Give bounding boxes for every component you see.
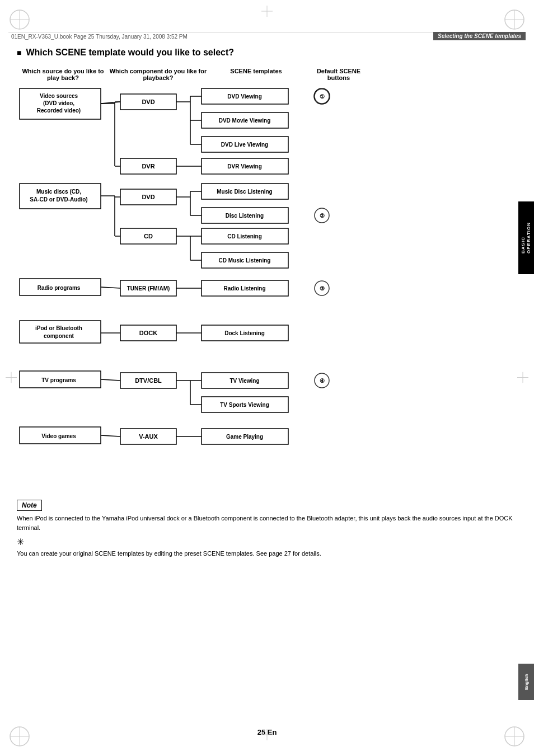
page-container: 01EN_RX-V363_U.book Page 25 Thursday, Ja… [0,0,534,756]
svg-line-80 [101,287,120,288]
english-tab: English [518,664,534,700]
main-content: Which SCENE template would you like to s… [17,48,517,558]
note-title: Note [17,500,42,511]
svg-text:Game Playing: Game Playing [226,434,263,440]
top-crossmark [261,6,273,18]
corner-br [503,725,526,748]
svg-text:CD Music Listening: CD Music Listening [219,257,271,264]
tip-text: You can create your original SCENE templ… [17,549,517,558]
svg-text:iPod or Bluetooth: iPod or Bluetooth [35,325,82,331]
svg-text:Recorded video): Recorded video) [37,107,81,114]
svg-text:(DVD video,: (DVD video, [43,100,74,106]
english-label: English [524,674,529,690]
page-heading: Which SCENE template would you like to s… [17,48,517,58]
corner-tr [503,8,526,31]
svg-text:TV programs: TV programs [41,377,76,383]
svg-text:V-AUX: V-AUX [139,433,158,440]
file-info: 01EN_RX-V363_U.book Page 25 Thursday, Ja… [8,32,433,40]
header-bar: 01EN_RX-V363_U.book Page 25 Thursday, Ja… [8,31,526,41]
svg-text:TV Sports Viewing: TV Sports Viewing [220,402,269,408]
note-text: When iPod is connected to the Yamaha iPo… [17,514,517,532]
svg-text:DVD: DVD [142,194,154,200]
svg-text:DVR: DVR [142,163,154,170]
col-header-scene: SCENE templates [207,68,305,81]
tip-icon: ✳ [17,537,517,547]
svg-text:CD Listening: CD Listening [227,233,262,240]
page-heading-text: Which SCENE template would you like to s… [26,48,234,58]
svg-text:Dock Listening: Dock Listening [224,330,265,336]
corner-bl [8,725,31,748]
svg-text:Music discs (CD,: Music discs (CD, [36,189,81,195]
svg-text:Video games: Video games [41,433,76,439]
diagram-container: Video sources (DVD video, Recorded video… [17,86,437,489]
svg-text:Music Disc Listening: Music Disc Listening [217,189,272,195]
right-crossmark [517,372,528,384]
svg-text:DVR Viewing: DVR Viewing [227,163,262,170]
svg-text:①: ① [320,93,325,100]
svg-text:③: ③ [320,285,325,292]
bottom-crossmark [261,729,273,742]
svg-text:Radio Listening: Radio Listening [224,285,266,292]
svg-text:SA-CD or DVD-Audio): SA-CD or DVD-Audio) [30,196,87,203]
svg-text:TV Viewing: TV Viewing [229,378,259,384]
svg-text:TUNER (FM/AM): TUNER (FM/AM) [127,285,170,292]
svg-text:DVD Movie Viewing: DVD Movie Viewing [219,118,271,124]
basic-operation-tab: BASICOPERATION [518,201,534,274]
corner-tl [8,8,31,31]
svg-rect-21 [20,321,101,343]
svg-text:DVD Viewing: DVD Viewing [227,93,262,100]
svg-text:④: ④ [320,378,325,384]
section-title: Selecting the SCENE templates [433,32,526,40]
left-crossmark [6,372,17,384]
svg-text:CD: CD [144,233,153,240]
svg-text:DVD Live Viewing: DVD Live Viewing [221,142,268,148]
col-header-default: Default SCENE buttons [305,68,372,81]
svg-text:Disc Listening: Disc Listening [226,213,264,219]
svg-text:DOCK: DOCK [139,330,157,336]
svg-line-82 [101,379,120,381]
svg-line-83 [101,435,120,436]
col-header-source: Which source do you like to play back? [17,68,109,81]
column-headers: Which source do you like to play back? W… [17,68,517,81]
note-section: Note When iPod is connected to the Yamah… [17,500,517,558]
col-header-component: Which component do you like for playback… [109,68,207,81]
diagram-svg: Video sources (DVD video, Recorded video… [17,86,437,489]
svg-text:②: ② [320,213,325,219]
svg-text:Radio programs: Radio programs [38,285,81,291]
svg-text:DVD: DVD [142,98,154,105]
svg-text:DTV/CBL: DTV/CBL [135,377,162,384]
basic-operation-label: BASICOPERATION [521,222,531,253]
svg-text:component: component [44,333,74,339]
svg-text:Video sources: Video sources [40,93,78,99]
